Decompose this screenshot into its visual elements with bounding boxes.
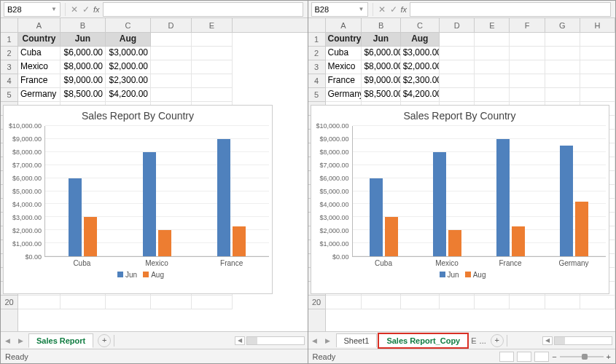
scroll-thumb[interactable]: [555, 337, 565, 344]
cell[interactable]: [475, 74, 510, 88]
select-all-corner[interactable]: [1, 18, 18, 33]
scroll-left-icon[interactable]: ◀: [235, 336, 245, 345]
bar-aug[interactable]: [512, 226, 525, 256]
cell[interactable]: Jun: [362, 33, 400, 47]
cell[interactable]: $6,000.00: [61, 47, 106, 60]
row-header-1[interactable]: 1: [1, 33, 17, 47]
h-scroll[interactable]: ◀: [117, 336, 307, 345]
cell[interactable]: Country: [18, 33, 61, 47]
bar-jun[interactable]: [370, 178, 383, 256]
cell[interactable]: [106, 296, 151, 309]
chevron-down-icon[interactable]: ▼: [359, 6, 364, 12]
chevron-down-icon[interactable]: ▼: [51, 6, 57, 12]
cell[interactable]: Aug: [106, 33, 151, 47]
cell[interactable]: [545, 296, 580, 309]
col-header-A[interactable]: A: [18, 18, 61, 32]
scroll-track[interactable]: [246, 336, 305, 345]
row-header-20[interactable]: 20: [1, 296, 17, 309]
cell[interactable]: [510, 74, 545, 88]
h-scroll[interactable]: ◀: [510, 336, 615, 345]
cell[interactable]: [192, 47, 233, 60]
row-header-1[interactable]: 1: [308, 33, 325, 47]
row-header-2[interactable]: 2: [308, 47, 325, 60]
bar-jun[interactable]: [69, 178, 82, 256]
cell[interactable]: [326, 296, 362, 309]
cell[interactable]: Cuba: [326, 47, 362, 60]
col-header-D[interactable]: D: [440, 18, 475, 32]
bar-aug[interactable]: [84, 217, 97, 256]
col-header-A[interactable]: A: [326, 18, 362, 32]
add-sheet-button[interactable]: +: [491, 334, 504, 347]
bar-jun[interactable]: [217, 139, 230, 256]
row-header-3[interactable]: 3: [1, 60, 17, 74]
bar-aug[interactable]: [385, 217, 398, 256]
view-page-break-icon[interactable]: [534, 352, 549, 362]
cell[interactable]: [192, 74, 233, 88]
chart[interactable]: Sales Report By Country$0.00$1,000.00$2,…: [311, 105, 609, 294]
cell[interactable]: [151, 88, 192, 102]
zoom-plus-icon[interactable]: +: [607, 352, 611, 361]
cell[interactable]: [545, 88, 580, 102]
cell[interactable]: [440, 296, 475, 309]
zoom-slider[interactable]: [560, 356, 604, 357]
tab-nav-next-icon[interactable]: ▶: [321, 337, 335, 344]
cell[interactable]: [192, 88, 233, 102]
tab-nav-prev-icon[interactable]: ◀: [308, 337, 321, 344]
cell[interactable]: $2,300.00: [401, 74, 440, 88]
cell[interactable]: $4,200.00: [401, 88, 440, 102]
name-box[interactable]: B28▼: [4, 2, 61, 17]
cell[interactable]: [440, 74, 475, 88]
view-page-layout-icon[interactable]: [517, 352, 531, 362]
cell[interactable]: [580, 296, 615, 309]
bar-jun[interactable]: [496, 139, 510, 256]
tab-overflow[interactable]: ...: [480, 336, 486, 345]
cell[interactable]: [192, 296, 233, 309]
row-header-4[interactable]: 4: [1, 74, 17, 88]
cell[interactable]: $9,000.00: [61, 74, 106, 88]
select-all-corner[interactable]: [308, 18, 326, 33]
cell[interactable]: [545, 47, 580, 60]
col-header-C[interactable]: C: [106, 18, 151, 32]
cell[interactable]: [440, 47, 475, 60]
row-header-5[interactable]: 5: [1, 88, 17, 102]
cell[interactable]: [580, 88, 615, 102]
row-header-20[interactable]: 20: [308, 296, 325, 309]
fx-icon[interactable]: fx: [401, 5, 408, 14]
cell[interactable]: [510, 33, 545, 47]
cell[interactable]: Germany: [18, 88, 61, 102]
col-header-D[interactable]: D: [151, 18, 192, 32]
cell[interactable]: France: [326, 74, 362, 88]
zoom-minus-icon[interactable]: −: [552, 352, 556, 361]
tab-nav-next-icon[interactable]: ▶: [14, 337, 27, 344]
cell[interactable]: Jun: [61, 33, 106, 47]
grid-left[interactable]: ABCDE 1234567891011121314151617181920 Co…: [1, 18, 308, 331]
cell[interactable]: [151, 296, 192, 309]
bar-jun[interactable]: [143, 152, 156, 256]
cell[interactable]: Mexico: [326, 60, 362, 74]
cancel-icon[interactable]: ✕: [69, 4, 80, 15]
cell[interactable]: [475, 33, 510, 47]
cell[interactable]: $6,000.00: [362, 47, 400, 60]
tab-nav-prev-icon[interactable]: ◀: [1, 337, 14, 344]
cell[interactable]: [192, 60, 233, 74]
scroll-track[interactable]: [554, 336, 612, 345]
formula-input[interactable]: [410, 2, 611, 17]
bar-aug[interactable]: [233, 226, 246, 256]
cell[interactable]: $8,000.00: [362, 60, 400, 74]
cell[interactable]: France: [18, 74, 61, 88]
cell[interactable]: Germany: [326, 88, 362, 102]
cell[interactable]: Country: [326, 33, 362, 47]
cell[interactable]: [151, 60, 192, 74]
cell[interactable]: [18, 296, 61, 309]
tab-sales-report[interactable]: Sales Report: [28, 333, 93, 348]
cell[interactable]: [362, 296, 400, 309]
grid-right[interactable]: ABCDEFGH 1234567891011121314151617181920…: [308, 18, 616, 331]
cell[interactable]: [61, 296, 106, 309]
cell[interactable]: $8,500.00: [61, 88, 106, 102]
cell[interactable]: [510, 88, 545, 102]
cell[interactable]: $3,000.00: [106, 47, 151, 60]
cell[interactable]: [151, 47, 192, 60]
bar-aug[interactable]: [448, 230, 461, 256]
cell[interactable]: Cuba: [18, 47, 61, 60]
cell[interactable]: [401, 296, 440, 309]
